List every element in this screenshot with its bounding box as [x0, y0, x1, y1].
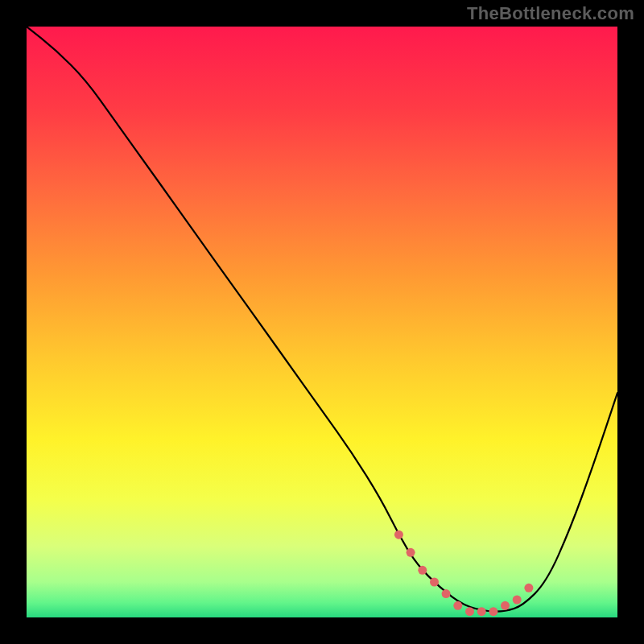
optimal-marker: [501, 601, 510, 610]
bottleneck-curve: [27, 27, 617, 612]
plot-area: [27, 27, 617, 617]
optimal-marker: [430, 578, 439, 587]
optimal-marker: [489, 607, 497, 616]
curve-layer: [27, 27, 617, 617]
optimal-marker: [418, 566, 427, 575]
optimal-marker: [394, 530, 403, 539]
watermark-text: TheBottleneck.com: [467, 3, 634, 24]
optimal-marker: [465, 607, 474, 616]
optimal-marker: [513, 596, 522, 605]
optimal-marker: [477, 607, 486, 616]
optimal-marker: [524, 584, 533, 592]
optimal-marker: [442, 589, 451, 598]
optimal-marker: [407, 548, 415, 557]
chart-container: TheBottleneck.com: [0, 0, 644, 644]
optimal-markers: [394, 530, 534, 617]
optimal-marker: [453, 601, 462, 610]
